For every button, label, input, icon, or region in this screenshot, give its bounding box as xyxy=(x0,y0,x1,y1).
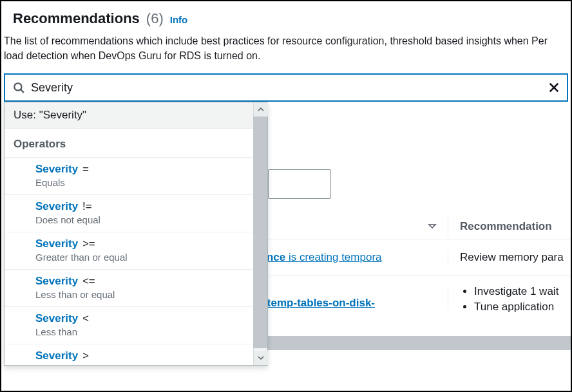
operator-option-gt[interactable]: Severity > xyxy=(5,344,253,365)
operator-symbol: = xyxy=(82,163,89,175)
dropdown-body: Use: "Severity" Operators Severity = Equ… xyxy=(5,102,267,365)
recommendation-list: Investigate 1 wait Tune application xyxy=(448,284,571,315)
recommendation-bullet: Tune application xyxy=(474,299,568,315)
operator-field: Severity xyxy=(35,275,78,287)
recommendation-text: Review memory para xyxy=(448,251,571,264)
info-link[interactable]: Info xyxy=(170,14,188,25)
search-icon xyxy=(13,82,24,93)
panel-count: (6) xyxy=(146,10,164,27)
scroll-down-arrow[interactable] xyxy=(254,351,268,365)
recommendation-column-header[interactable]: Recommendation xyxy=(448,220,571,233)
dropdown-scrollbar[interactable] xyxy=(253,102,267,365)
svg-line-1 xyxy=(21,90,24,93)
search-box[interactable] xyxy=(4,73,568,102)
scroll-up-arrow[interactable] xyxy=(254,102,268,117)
operator-option-gte[interactable]: Severity >= Greater than or equal xyxy=(5,232,253,269)
table-header-row: Recommendation xyxy=(219,214,571,239)
operator-description: Greater than or equal xyxy=(35,252,244,263)
operator-description: Does not equal xyxy=(35,214,244,225)
horizontal-scrollbar[interactable] xyxy=(265,336,571,350)
panel-title: Recommendations xyxy=(13,10,140,27)
operator-field: Severity xyxy=(35,200,78,212)
operator-field: Severity xyxy=(35,350,78,362)
scroll-thumb[interactable] xyxy=(253,117,267,348)
insight-text: is creating tempora xyxy=(285,251,381,263)
operator-symbol: < xyxy=(82,312,89,324)
recommendations-panel: Recommendations (6) Info The list of rec… xyxy=(0,0,572,392)
sort-icon xyxy=(427,221,437,232)
operator-symbol: != xyxy=(82,200,92,212)
operator-description: Less than or equal xyxy=(35,289,244,300)
operators-section-header: Operators xyxy=(5,128,253,157)
operator-description: Less than xyxy=(35,326,244,337)
operator-symbol: >= xyxy=(82,238,95,250)
panel-header: Recommendations (6) Info xyxy=(1,1,571,27)
use-literal-option[interactable]: Use: "Severity" xyxy=(5,102,253,128)
search-suggestions-dropdown: Use: "Severity" Operators Severity = Equ… xyxy=(4,102,268,366)
operator-option-not-equals[interactable]: Severity != Does not equal xyxy=(5,194,253,232)
operator-field: Severity xyxy=(35,163,78,175)
operator-symbol: > xyxy=(82,350,89,362)
operator-field: Severity xyxy=(35,312,78,324)
operator-symbol: <= xyxy=(82,275,95,287)
recommendations-table: Recommendation sql-instance is creating … xyxy=(219,214,571,315)
operator-option-equals[interactable]: Severity = Equals xyxy=(5,157,253,194)
operator-field: Severity xyxy=(35,238,78,250)
clear-icon[interactable] xyxy=(548,81,560,94)
operator-option-lt[interactable]: Severity < Less than xyxy=(5,306,253,344)
operator-description: Equals xyxy=(35,177,244,188)
table-row: d on drg-temp-tables-on-disk- Investigat… xyxy=(219,276,571,315)
panel-description: The list of recommendations which includ… xyxy=(1,27,571,63)
operator-option-lte[interactable]: Severity <= Less than or equal xyxy=(5,269,253,306)
table-row: sql-instance is creating tempora Review … xyxy=(219,239,571,276)
search-input[interactable] xyxy=(31,75,548,100)
recommendation-bullet: Investigate 1 wait xyxy=(474,284,568,299)
background-dropdown-stub[interactable] xyxy=(268,169,331,199)
search-wrap: Use: "Severity" Operators Severity = Equ… xyxy=(4,73,568,102)
svg-point-0 xyxy=(14,84,21,91)
